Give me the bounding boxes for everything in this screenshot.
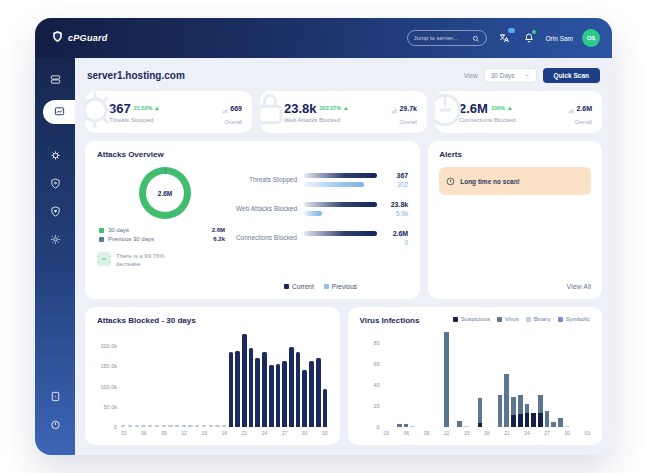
legend-binary-label: Binary	[534, 316, 551, 322]
sidebar-item-settings[interactable]	[43, 230, 67, 250]
main-content: server1.hosting.com View 30 Days Quick S…	[75, 58, 612, 455]
sidebar-item-power[interactable]	[43, 415, 67, 435]
quick-scan-button[interactable]: Quick Scan	[543, 68, 600, 83]
virus-infections-chart: 020406080 0306091215182124273003	[360, 330, 591, 436]
stat-card-connections: 2.6M 100% Connections Blocked 2.6M Overa…	[435, 91, 602, 133]
language-icon[interactable]	[496, 30, 512, 46]
attacks-donut: 2.6M	[139, 167, 191, 219]
view-all-link[interactable]: View All	[567, 283, 591, 290]
hbar-previous-value: 302	[384, 181, 408, 188]
hbar-group-connections: Connections Blocked 2.6M 0	[233, 230, 408, 246]
stat-card-threats: 367 21.52% Threats Stopped 669 Overall	[85, 91, 252, 133]
hbar-previous-value: 0	[384, 239, 408, 246]
notifications-bell-icon[interactable]	[521, 30, 537, 46]
hbar-previous	[304, 211, 322, 216]
lock-watermark-icon	[260, 91, 292, 133]
legend-swatch-previous	[324, 284, 329, 289]
box-icon	[50, 388, 61, 406]
hbar-label: Web Attacks Blocked	[233, 205, 297, 213]
logo[interactable]: cPGuard	[51, 29, 108, 47]
trend-up-icon	[344, 107, 348, 110]
topbar: cPGuard Orin Sam OS	[35, 18, 612, 58]
virus-icon	[50, 147, 61, 165]
attacks-overview-card: Attacks Overview 2.6M 30 days 2.6M	[85, 141, 420, 299]
search-input[interactable]	[414, 35, 472, 41]
hbar-previous	[304, 182, 364, 187]
legend-symbolic-label: Symbolic	[566, 316, 590, 322]
hbar-group-threats: Threats Stopped 367 302	[233, 172, 408, 188]
shield-logo-icon	[51, 29, 64, 47]
mini-chart-icon	[222, 100, 228, 118]
overall-label: Overall	[391, 119, 417, 125]
hbar-group-web-attacks: Web Attacks Blocked 23.8k 5.9k	[233, 201, 408, 217]
view-label: View	[464, 72, 478, 79]
virus-watermark-icon	[85, 91, 117, 133]
hbar-current-value: 2.6M	[384, 230, 408, 237]
dashboard-icon	[54, 103, 65, 121]
legend-previous-label: Previous	[332, 283, 357, 290]
attacks-blocked-chart: 050.0k100.0k150.0k200.0k 030609121518212…	[97, 330, 328, 436]
legend-swatch	[99, 237, 104, 242]
hbar-legend: Current Previous	[233, 283, 408, 290]
hbar-previous-value: 5.9k	[384, 210, 408, 217]
sidebar-item-protection[interactable]	[43, 174, 67, 194]
settings-gear-icon	[50, 231, 61, 249]
overall-value: 2.6M	[576, 105, 592, 112]
sidebar-item-health[interactable]	[43, 202, 67, 222]
plug-watermark-icon	[435, 91, 467, 133]
clock-icon	[446, 172, 455, 190]
alerts-title: Alerts	[439, 150, 591, 159]
stat-delta: 100%	[491, 105, 505, 111]
trend-note-text: There is a 99.76% decrease	[116, 252, 186, 268]
sidebar-item-virus-scan[interactable]	[43, 146, 67, 166]
plot-area	[121, 330, 328, 427]
sidebar	[35, 58, 75, 455]
chevron-down-icon	[524, 72, 530, 79]
hbar-current	[304, 231, 377, 236]
user-name[interactable]: Orin Sam	[546, 35, 573, 42]
overall-label: Overall	[568, 119, 592, 125]
hbar-current	[304, 173, 377, 178]
shield-check-icon	[50, 175, 61, 193]
hbar-current-value: 367	[384, 172, 408, 179]
server-search-box[interactable]	[407, 30, 487, 46]
y-axis: 020406080	[360, 330, 384, 427]
sidebar-item-dashboard[interactable]	[43, 100, 75, 124]
sidebar-item-packages[interactable]	[43, 387, 67, 407]
servers-icon	[50, 71, 61, 89]
mini-chart-icon	[391, 100, 397, 118]
app-window: cPGuard Orin Sam OS	[35, 18, 612, 455]
trend-up-icon	[508, 107, 512, 110]
plot-area	[384, 330, 591, 427]
legend-value: 2.6M	[212, 227, 225, 233]
legend-label: Previous 30 days	[108, 236, 154, 242]
stat-label: Connections Blocked	[459, 117, 515, 123]
donut-legend-previous: Previous 30 days 6.2k	[99, 236, 225, 242]
legend-label: 30 days	[108, 227, 129, 233]
legend-current-label: Current	[292, 283, 314, 290]
stat-delta: 302.07%	[320, 105, 342, 111]
mini-chart-icon	[568, 100, 574, 118]
avatar[interactable]: OS	[582, 29, 600, 47]
hbar-current	[304, 202, 377, 207]
sidebar-item-servers[interactable]	[43, 70, 67, 90]
attacks-blocked-title: Attacks Blocked - 30 days	[97, 316, 328, 325]
hbar-label: Connections Blocked	[233, 234, 297, 242]
legend-virus-label: Virus	[505, 316, 519, 322]
legend-swatch-current	[284, 284, 289, 289]
attacks-blocked-chart-card: Attacks Blocked - 30 days 050.0k100.0k15…	[85, 307, 340, 445]
virus-legend: Suspicious Virus Binary Symbolic	[453, 316, 590, 322]
logo-text: cPGuard	[68, 33, 108, 43]
stat-card-web-attacks: 23.8k 302.07% Web Attacks Blocked 29.7k …	[260, 91, 427, 133]
attacks-overview-title: Attacks Overview	[97, 150, 408, 159]
legend-swatch-virus	[497, 317, 502, 322]
language-badge	[508, 28, 515, 33]
trend-up-icon	[155, 107, 159, 110]
legend-swatch-symbolic	[558, 317, 563, 322]
stat-label: Web Attacks Blocked	[284, 117, 348, 123]
legend-value: 6.2k	[213, 236, 225, 242]
range-select-value: 30 Days	[491, 72, 515, 79]
alert-item[interactable]: Long time no scan!	[439, 167, 591, 195]
hbar-label: Threats Stopped	[233, 176, 297, 184]
range-select[interactable]: 30 Days	[484, 68, 537, 83]
